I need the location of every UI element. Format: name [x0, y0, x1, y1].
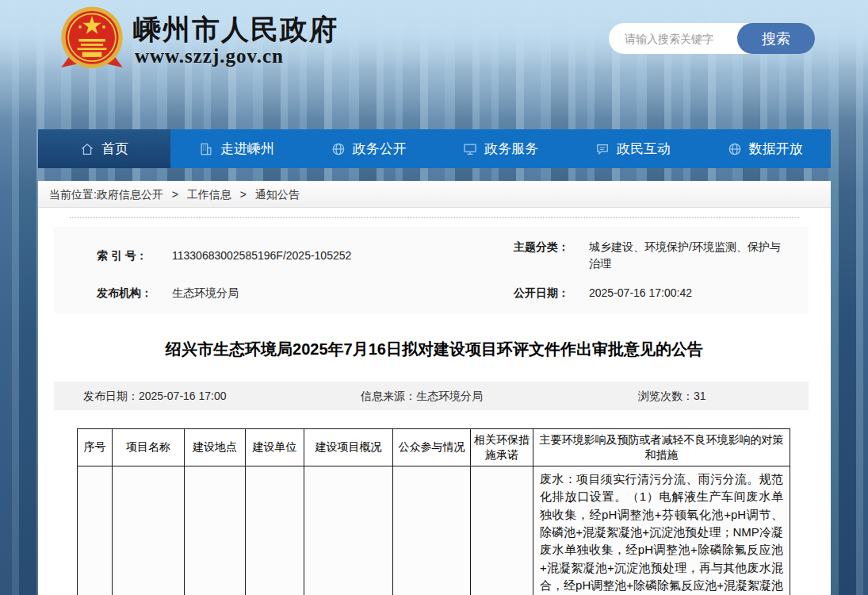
building-icon	[198, 141, 214, 157]
globe-icon	[727, 141, 743, 157]
breadcrumb-separator: >	[172, 188, 178, 201]
field-value: 2025-07-16 17:00:42	[589, 285, 790, 301]
nav-item-label: 走进嵊州	[220, 140, 274, 158]
nav-item-open-data[interactable]: 数据开放	[698, 129, 831, 168]
col-header-env-impact-measures: 主要环境影响及预防或者减轻不良环境影响的对策和措施	[533, 429, 790, 466]
meta-label: 浏览次数：	[638, 390, 694, 402]
field-value: 11330683002585196F/2025-105252	[172, 248, 514, 264]
nav-item-public-interaction[interactable]: 政民互动	[567, 129, 699, 168]
projects-table: 序号 项目名称 建设地点 建设单位 建设项目概况 公众参与情况 相关环保措施承诺…	[77, 428, 790, 595]
national-emblem-logo[interactable]	[57, 4, 127, 74]
site-header: 嵊州市人民政府 www.szzj.gov.cn 搜索	[0, 0, 868, 129]
field-publish-date: 公开日期： 2025-07-16 17:00:42	[514, 285, 790, 301]
nav-item-about-shengzhou[interactable]: 走进嵊州	[170, 129, 303, 168]
col-header-index: 序号	[78, 429, 113, 466]
site-name: 嵊州市人民政府	[133, 11, 338, 48]
cell-env-impact-measures: 废水：项目须实行清污分流、雨污分流。规范化排放口设置。（1）电解液生产车间废水单…	[533, 466, 790, 595]
chat-icon	[595, 141, 610, 157]
table-header-row: 序号 项目名称 建设地点 建设单位 建设项目概况 公众参与情况 相关环保措施承诺…	[78, 429, 790, 466]
cell-env-commitment	[471, 466, 533, 595]
meta-label: 信息来源：	[361, 390, 416, 402]
globe-icon	[331, 141, 346, 157]
field-label: 发布机构：	[97, 285, 172, 301]
meta-value: 31	[694, 390, 706, 402]
breadcrumb-separator: >	[240, 188, 247, 201]
nav-item-label: 政务公开	[353, 140, 407, 158]
meta-view-count: 浏览次数：31	[638, 382, 706, 410]
breadcrumb: 当前位置:政府信息公开 > 工作信息 > 通知公告	[38, 181, 831, 208]
nav-item-label: 政民互动	[617, 140, 671, 158]
cell-overview	[304, 466, 393, 595]
page-title: 绍兴市生态环境局2025年7月16日拟对建设项目环评文件作出审批意见的公告	[62, 338, 807, 360]
col-header-location: 建设地点	[185, 429, 246, 466]
monitor-icon	[462, 141, 478, 157]
breadcrumb-link-notices[interactable]: 通知公告	[255, 188, 300, 201]
dotted-divider	[70, 217, 799, 218]
cell-project-name	[113, 466, 185, 595]
nav-item-label: 首页	[101, 140, 128, 158]
field-topic-category: 主题分类： 城乡建设、环境保护/环境监测、保护与治理	[514, 239, 790, 272]
article-meta-bar: 发布日期：2025-07-16 17:00 信息来源：生态环境分局 浏览次数：3…	[54, 382, 809, 410]
meta-label: 发布日期：	[83, 390, 139, 402]
nav-item-home[interactable]: 首页	[38, 129, 170, 168]
breadcrumb-prefix: 当前位置:	[49, 188, 97, 201]
cell-location	[185, 466, 246, 595]
nav-item-gov-services[interactable]: 政务服务	[434, 129, 567, 168]
site-url: www.szzj.gov.cn	[135, 45, 284, 67]
site-search: 搜索	[609, 23, 815, 54]
field-label: 主题分类：	[514, 239, 589, 255]
cell-constructor	[246, 466, 304, 595]
breadcrumb-link-work-info[interactable]: 工作信息	[187, 188, 231, 201]
col-header-project-name: 项目名称	[113, 429, 185, 466]
meta-value: 2025-07-16 17:00	[139, 390, 227, 402]
field-label: 公开日期：	[514, 285, 589, 301]
home-icon	[79, 141, 95, 157]
col-header-constructor: 建设单位	[246, 429, 304, 466]
doc-info-panel: 索 引 号： 11330683002585196F/2025-105252 主题…	[54, 227, 809, 313]
table-row: 废水：项目须实行清污分流、雨污分流。规范化排放口设置。（1）电解液生产车间废水单…	[78, 466, 790, 595]
meta-value: 生态环境分局	[416, 390, 483, 402]
national-emblem-icon	[57, 4, 127, 74]
cell-index	[78, 466, 113, 595]
meta-publish-date: 发布日期：2025-07-16 17:00	[83, 382, 227, 410]
main-nav: 首页 走进嵊州 政务公开 政务服务 政民互动	[38, 129, 831, 168]
field-index-number: 索 引 号： 11330683002585196F/2025-105252	[97, 248, 514, 264]
nav-item-label: 政务服务	[484, 140, 538, 158]
nav-item-label: 数据开放	[749, 140, 803, 158]
government-portal-page: 嵊州市人民政府 www.szzj.gov.cn 搜索 首页 走进嵊州 政务公开	[0, 0, 868, 595]
col-header-public-participation: 公众参与情况	[393, 429, 471, 466]
content-panel: 索 引 号： 11330683002585196F/2025-105252 主题…	[38, 208, 831, 595]
field-value: 生态环境分局	[172, 285, 514, 301]
field-label: 索 引 号：	[97, 248, 172, 264]
field-issuing-agency: 发布机构： 生态环境分局	[97, 285, 514, 301]
cell-public-participation	[393, 466, 471, 595]
col-header-overview: 建设项目概况	[304, 429, 393, 466]
search-button[interactable]: 搜索	[737, 23, 815, 54]
field-value: 城乡建设、环境保护/环境监测、保护与治理	[589, 239, 790, 272]
meta-source: 信息来源：生态环境分局	[361, 382, 483, 410]
col-header-env-commitment: 相关环保措施承诺	[471, 429, 533, 466]
breadcrumb-link-gov-info[interactable]: 政府信息公开	[97, 188, 163, 201]
nav-item-gov-disclosure[interactable]: 政务公开	[302, 129, 434, 168]
